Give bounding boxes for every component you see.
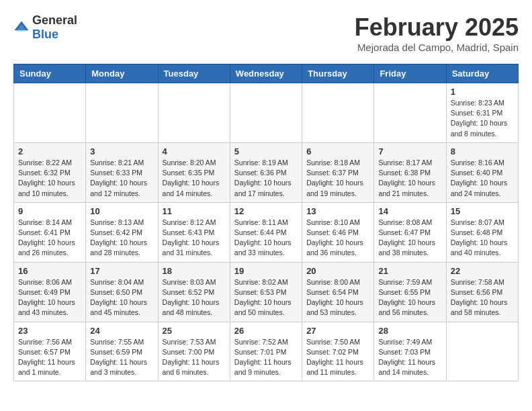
day-number: 14 [378,206,441,216]
calendar-cell: 11Sunrise: 8:12 AM Sunset: 6:43 PM Dayli… [158,202,230,262]
calendar-cell: 17Sunrise: 8:04 AM Sunset: 6:50 PM Dayli… [86,262,158,322]
calendar-cell [374,83,446,143]
logo-blue: Blue [32,28,58,41]
day-number: 15 [451,206,514,216]
day-info: Sunrise: 7:55 AM Sunset: 6:59 PM Dayligh… [90,337,153,378]
week-row-2: 9Sunrise: 8:14 AM Sunset: 6:41 PM Daylig… [14,202,519,262]
day-number: 6 [306,146,369,156]
day-info: Sunrise: 8:14 AM Sunset: 6:41 PM Dayligh… [18,218,81,259]
calendar-cell: 1Sunrise: 8:23 AM Sunset: 6:31 PM Daylig… [446,83,518,143]
day-info: Sunrise: 8:17 AM Sunset: 6:38 PM Dayligh… [378,158,441,199]
calendar-cell: 20Sunrise: 8:00 AM Sunset: 6:54 PM Dayli… [302,262,374,322]
day-info: Sunrise: 7:56 AM Sunset: 6:57 PM Dayligh… [18,337,81,378]
header: General Blue February 2025 Mejorada del … [13,13,519,53]
calendar-cell: 2Sunrise: 8:22 AM Sunset: 6:32 PM Daylig… [14,142,86,202]
logo-text: General Blue [32,13,77,42]
day-number: 7 [378,146,441,156]
week-row-4: 23Sunrise: 7:56 AM Sunset: 6:57 PM Dayli… [14,322,519,381]
weekday-header-friday: Friday [374,64,446,83]
title-area: February 2025 Mejorada del Campo, Madrid… [355,13,519,53]
day-number: 23 [18,326,81,336]
calendar-cell: 18Sunrise: 8:03 AM Sunset: 6:52 PM Dayli… [158,262,230,322]
day-info: Sunrise: 8:03 AM Sunset: 6:52 PM Dayligh… [163,277,226,318]
calendar-cell: 28Sunrise: 7:49 AM Sunset: 7:03 PM Dayli… [374,322,446,381]
calendar-cell: 5Sunrise: 8:19 AM Sunset: 6:36 PM Daylig… [230,142,302,202]
day-info: Sunrise: 8:16 AM Sunset: 6:40 PM Dayligh… [451,158,514,199]
day-info: Sunrise: 8:06 AM Sunset: 6:49 PM Dayligh… [18,277,81,318]
weekday-header-row: SundayMondayTuesdayWednesdayThursdayFrid… [14,64,519,83]
calendar-cell: 3Sunrise: 8:21 AM Sunset: 6:33 PM Daylig… [86,142,158,202]
day-number: 12 [234,206,298,216]
day-number: 16 [18,266,81,276]
day-number: 21 [378,266,441,276]
calendar-cell: 6Sunrise: 8:18 AM Sunset: 6:37 PM Daylig… [302,142,374,202]
calendar-cell: 14Sunrise: 8:08 AM Sunset: 6:47 PM Dayli… [374,202,446,262]
day-info: Sunrise: 7:59 AM Sunset: 6:55 PM Dayligh… [378,277,441,318]
calendar-cell: 15Sunrise: 8:07 AM Sunset: 6:48 PM Dayli… [446,202,518,262]
day-number: 24 [90,326,153,336]
day-number: 26 [234,326,298,336]
day-info: Sunrise: 8:18 AM Sunset: 6:37 PM Dayligh… [306,158,369,199]
weekday-header-sunday: Sunday [14,64,86,83]
day-number: 20 [306,266,369,276]
logo-general: General [32,13,77,27]
weekday-header-thursday: Thursday [302,64,374,83]
calendar-cell: 27Sunrise: 7:50 AM Sunset: 7:02 PM Dayli… [302,322,374,381]
calendar-cell [446,322,518,381]
day-info: Sunrise: 8:13 AM Sunset: 6:42 PM Dayligh… [90,218,153,259]
day-info: Sunrise: 8:23 AM Sunset: 6:31 PM Dayligh… [451,98,514,139]
day-info: Sunrise: 7:58 AM Sunset: 6:56 PM Dayligh… [451,277,514,318]
logo-icon [13,19,30,36]
calendar-cell: 24Sunrise: 7:55 AM Sunset: 6:59 PM Dayli… [86,322,158,381]
calendar-cell: 21Sunrise: 7:59 AM Sunset: 6:55 PM Dayli… [374,262,446,322]
day-info: Sunrise: 7:52 AM Sunset: 7:01 PM Dayligh… [234,337,298,378]
day-number: 8 [451,146,514,156]
week-row-0: 1Sunrise: 8:23 AM Sunset: 6:31 PM Daylig… [14,83,519,143]
day-info: Sunrise: 7:50 AM Sunset: 7:02 PM Dayligh… [306,337,369,378]
calendar-cell [86,83,158,143]
day-number: 10 [90,206,153,216]
calendar-cell: 23Sunrise: 7:56 AM Sunset: 6:57 PM Dayli… [14,322,86,381]
day-number: 13 [306,206,369,216]
day-info: Sunrise: 8:04 AM Sunset: 6:50 PM Dayligh… [90,277,153,318]
day-info: Sunrise: 7:53 AM Sunset: 7:00 PM Dayligh… [163,337,226,378]
day-info: Sunrise: 8:08 AM Sunset: 6:47 PM Dayligh… [378,218,441,259]
day-number: 22 [451,266,514,276]
calendar-table: SundayMondayTuesdayWednesdayThursdayFrid… [13,64,519,381]
day-info: Sunrise: 8:02 AM Sunset: 6:53 PM Dayligh… [234,277,298,318]
calendar-cell: 19Sunrise: 8:02 AM Sunset: 6:53 PM Dayli… [230,262,302,322]
calendar-cell [158,83,230,143]
week-row-1: 2Sunrise: 8:22 AM Sunset: 6:32 PM Daylig… [14,142,519,202]
day-info: Sunrise: 8:20 AM Sunset: 6:35 PM Dayligh… [163,158,226,199]
day-number: 18 [163,266,226,276]
day-info: Sunrise: 8:10 AM Sunset: 6:46 PM Dayligh… [306,218,369,259]
calendar-body: 1Sunrise: 8:23 AM Sunset: 6:31 PM Daylig… [14,83,519,381]
calendar-cell: 9Sunrise: 8:14 AM Sunset: 6:41 PM Daylig… [14,202,86,262]
calendar-cell: 13Sunrise: 8:10 AM Sunset: 6:46 PM Dayli… [302,202,374,262]
day-info: Sunrise: 8:21 AM Sunset: 6:33 PM Dayligh… [90,158,153,199]
day-number: 9 [18,206,81,216]
day-number: 4 [163,146,226,156]
day-number: 28 [378,326,441,336]
day-info: Sunrise: 8:19 AM Sunset: 6:36 PM Dayligh… [234,158,298,199]
calendar-cell [302,83,374,143]
calendar-cell: 4Sunrise: 8:20 AM Sunset: 6:35 PM Daylig… [158,142,230,202]
day-info: Sunrise: 8:22 AM Sunset: 6:32 PM Dayligh… [18,158,81,199]
day-number: 11 [163,206,226,216]
calendar-cell: 10Sunrise: 8:13 AM Sunset: 6:42 PM Dayli… [86,202,158,262]
weekday-header-monday: Monday [86,64,158,83]
calendar-cell: 16Sunrise: 8:06 AM Sunset: 6:49 PM Dayli… [14,262,86,322]
calendar-cell: 25Sunrise: 7:53 AM Sunset: 7:00 PM Dayli… [158,322,230,381]
day-number: 27 [306,326,369,336]
calendar-cell: 7Sunrise: 8:17 AM Sunset: 6:38 PM Daylig… [374,142,446,202]
calendar-cell [230,83,302,143]
day-number: 5 [234,146,298,156]
day-info: Sunrise: 8:12 AM Sunset: 6:43 PM Dayligh… [163,218,226,259]
day-number: 25 [163,326,226,336]
day-number: 3 [90,146,153,156]
calendar-cell: 22Sunrise: 7:58 AM Sunset: 6:56 PM Dayli… [446,262,518,322]
month-title: February 2025 [355,13,519,42]
day-info: Sunrise: 8:07 AM Sunset: 6:48 PM Dayligh… [451,218,514,259]
logo: General Blue [13,13,77,42]
day-info: Sunrise: 8:11 AM Sunset: 6:44 PM Dayligh… [234,218,298,259]
